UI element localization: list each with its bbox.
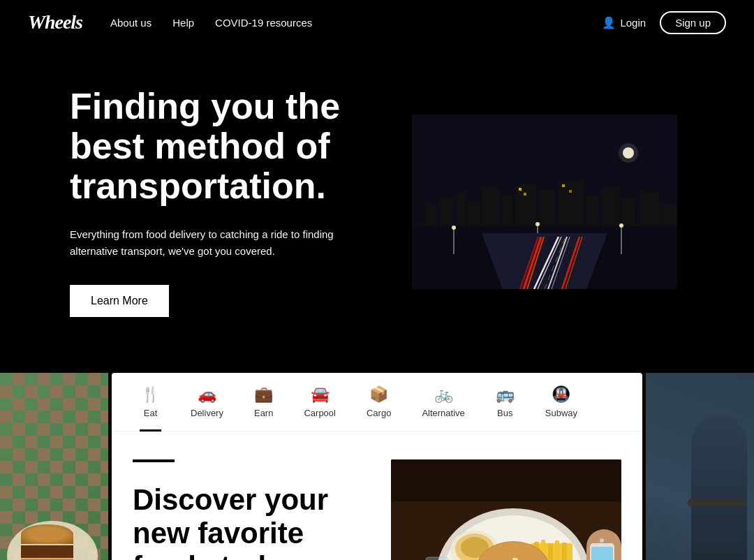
- svg-rect-8: [515, 184, 536, 226]
- tab-eat-label: Eat: [144, 408, 158, 418]
- tab-bus[interactable]: 🚌 Bus: [480, 373, 530, 431]
- svg-rect-2: [426, 205, 436, 226]
- eat-icon: 🍴: [141, 385, 160, 404]
- tab-subway[interactable]: 🚇 Subway: [530, 373, 593, 431]
- tab-cargo-label: Cargo: [367, 408, 391, 418]
- hero-section: Finding you the best method of transport…: [0, 45, 754, 373]
- svg-rect-19: [569, 190, 572, 193]
- svg-rect-14: [639, 191, 660, 226]
- svg-point-21: [452, 226, 456, 230]
- nav-covid[interactable]: COVID-19 resources: [215, 17, 312, 29]
- food-svg: [391, 459, 621, 560]
- svg-rect-47: [555, 540, 559, 560]
- svg-rect-65: [591, 547, 613, 560]
- bun-top: [21, 524, 73, 544]
- earn-icon: 💼: [254, 385, 273, 404]
- card-left: Discover your new favorite foods today S…: [133, 459, 363, 560]
- tab-carpool[interactable]: 🚘 Carpool: [288, 373, 351, 431]
- alternative-icon: 🚲: [434, 385, 453, 404]
- svg-rect-12: [602, 188, 619, 226]
- hero-image: [412, 115, 677, 289]
- brand-logo[interactable]: Wheels: [28, 11, 82, 34]
- svg-rect-13: [621, 198, 635, 226]
- delivery-icon: 🚗: [198, 385, 216, 404]
- svg-rect-3: [440, 198, 454, 226]
- svg-point-66: [600, 538, 604, 543]
- cargo-icon: 📦: [369, 385, 388, 404]
- tab-earn-label: Earn: [254, 408, 273, 418]
- highway-svg: [412, 115, 677, 289]
- svg-rect-46: [548, 543, 553, 560]
- login-button[interactable]: 👤 Login: [602, 16, 646, 29]
- svg-point-25: [619, 223, 623, 228]
- nav-right: 👤 Login Sign up: [602, 11, 726, 34]
- bus-icon: 🚌: [496, 385, 515, 404]
- svg-rect-6: [482, 188, 499, 226]
- svg-rect-5: [468, 202, 480, 226]
- tabs-nav: 🍴 Eat 🚗 Delivery 💼 Earn 🚘 Carpool 📦 Carg…: [112, 373, 642, 432]
- background-section: 🍴 Eat 🚗 Delivery 💼 Earn 🚘 Carpool 📦 Carg…: [0, 373, 754, 560]
- person-right: [691, 415, 747, 560]
- subway-icon: 🚇: [552, 385, 570, 404]
- nav-about[interactable]: About us: [110, 17, 151, 29]
- navbar: Wheels About us Help COVID-19 resources …: [0, 0, 754, 45]
- svg-marker-26: [482, 233, 607, 289]
- svg-rect-17: [524, 193, 526, 196]
- bg-person-area: [0, 500, 108, 560]
- hero-title: Finding you the best method of transport…: [70, 87, 370, 207]
- tab-eat[interactable]: 🍴 Eat: [126, 373, 175, 431]
- patty: [21, 545, 73, 558]
- hero-subtitle: Everything from food delivery to catchin…: [70, 226, 370, 260]
- svg-rect-7: [503, 195, 512, 226]
- svg-rect-9: [539, 190, 554, 226]
- tab-delivery-label: Delivery: [191, 408, 223, 418]
- signup-button[interactable]: Sign up: [660, 11, 726, 34]
- bracelet: [688, 499, 747, 507]
- tab-earn[interactable]: 💼 Earn: [239, 373, 288, 431]
- svg-rect-18: [562, 184, 565, 187]
- svg-rect-11: [586, 195, 599, 226]
- card-underline: [133, 459, 175, 462]
- svg-rect-4: [457, 191, 466, 226]
- tab-alternative[interactable]: 🚲 Alternative: [406, 373, 480, 431]
- hero-cta-button[interactable]: Learn More: [70, 285, 169, 317]
- svg-rect-16: [519, 188, 522, 191]
- tab-delivery[interactable]: 🚗 Delivery: [175, 373, 239, 431]
- svg-point-38: [619, 143, 638, 163]
- card-content: Discover your new favorite foods today S…: [112, 432, 642, 560]
- card-food-image: [391, 459, 621, 560]
- bg-right-area: [646, 373, 754, 560]
- user-icon: 👤: [602, 16, 616, 29]
- login-label: Login: [620, 17, 646, 29]
- tab-cargo[interactable]: 📦 Cargo: [351, 373, 406, 431]
- nav-help[interactable]: Help: [172, 17, 194, 29]
- tab-subway-label: Subway: [545, 408, 577, 418]
- svg-rect-67: [426, 557, 448, 560]
- tab-carpool-label: Carpool: [304, 408, 336, 418]
- svg-point-23: [535, 222, 540, 226]
- carpool-icon: 🚘: [311, 385, 330, 404]
- white-card: 🍴 Eat 🚗 Delivery 💼 Earn 🚘 Carpool 📦 Carg…: [112, 373, 642, 560]
- svg-rect-10: [559, 181, 583, 226]
- card-title: Discover your new favorite foods today: [133, 483, 363, 560]
- svg-rect-48: [562, 543, 567, 560]
- tab-alternative-label: Alternative: [422, 408, 464, 418]
- svg-rect-15: [660, 205, 677, 226]
- tab-bus-label: Bus: [497, 408, 512, 418]
- hero-text: Finding you the best method of transport…: [70, 87, 370, 317]
- burger-left: [21, 524, 77, 560]
- nav-links: About us Help COVID-19 resources: [110, 17, 602, 29]
